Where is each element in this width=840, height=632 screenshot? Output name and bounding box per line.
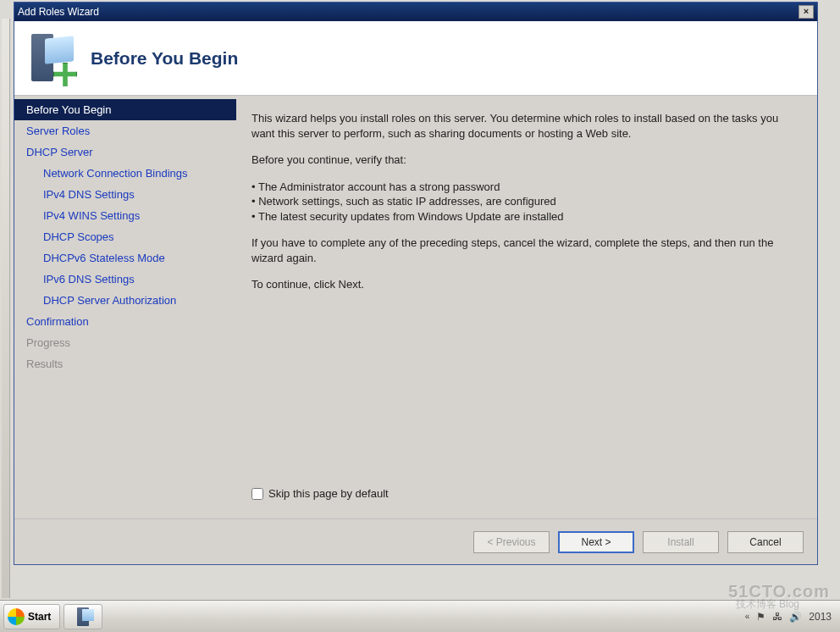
wizard-steps-sidebar: Before You Begin Server Roles DHCP Serve…	[14, 96, 236, 518]
background-scrollbar[interactable]	[2, 19, 10, 598]
sidebar-item-dhcp-server[interactable]: DHCP Server	[14, 141, 236, 163]
skip-page-checkbox[interactable]	[251, 488, 263, 500]
continue-hint-text: To continue, click Next.	[251, 277, 800, 292]
wizard-content: This wizard helps you install roles on t…	[236, 96, 817, 518]
intro-text: This wizard helps you install roles on t…	[251, 111, 800, 141]
sidebar-item-dhcp-server-authorization[interactable]: DHCP Server Authorization	[14, 290, 236, 311]
titlebar[interactable]: Add Roles Wizard ×	[14, 3, 817, 21]
sidebar-item-ipv4-dns-settings[interactable]: IPv4 DNS Settings	[14, 184, 236, 205]
server-manager-icon	[77, 607, 89, 626]
wizard-body: Before You Begin Server Roles DHCP Serve…	[14, 96, 817, 518]
sidebar-item-before-you-begin[interactable]: Before You Begin	[14, 99, 236, 120]
server-add-role-icon	[28, 32, 75, 85]
sidebar-item-confirmation[interactable]: Confirmation	[14, 311, 236, 332]
sidebar-item-server-roles[interactable]: Server Roles	[14, 120, 236, 141]
start-label: Start	[28, 611, 51, 623]
sidebar-item-results: Results	[14, 353, 236, 374]
next-button[interactable]: Next >	[558, 531, 634, 553]
tray-show-hidden-icon[interactable]: «	[745, 612, 750, 621]
bullet-admin-password: The Administrator account has a strong p…	[251, 180, 800, 195]
sidebar-item-progress: Progress	[14, 332, 236, 353]
header-band: Before You Begin	[14, 21, 817, 96]
tray-clock-year[interactable]: 2013	[809, 611, 832, 623]
windows-orb-icon	[8, 608, 25, 625]
wizard-footer: < Previous Next > Install Cancel	[14, 518, 817, 564]
sidebar-item-dhcp-scopes[interactable]: DHCP Scopes	[14, 226, 236, 247]
skip-page-row: Skip this page by default	[251, 486, 800, 510]
install-button: Install	[643, 531, 719, 553]
verify-heading: Before you continue, verify that:	[251, 152, 800, 168]
tray-volume-icon[interactable]: 🔊	[789, 611, 802, 623]
start-button[interactable]: Start	[3, 604, 60, 629]
bullet-security-updates: The latest security updates from Windows…	[251, 209, 800, 225]
tray-network-icon[interactable]: 🖧	[772, 611, 782, 623]
sidebar-item-dhcpv6-stateless-mode[interactable]: DHCPv6 Stateless Mode	[14, 247, 236, 269]
sidebar-item-ipv6-dns-settings[interactable]: IPv6 DNS Settings	[14, 269, 236, 290]
sidebar-item-network-connection-bindings[interactable]: Network Connection Bindings	[14, 163, 236, 184]
verify-bullet-list: The Administrator account has a strong p…	[251, 180, 800, 225]
bullet-network-settings: Network settings, such as static IP addr…	[251, 194, 800, 209]
taskbar-server-manager-icon[interactable]	[64, 604, 102, 629]
window-title: Add Roles Wizard	[18, 6, 99, 18]
tray-flag-icon[interactable]: ⚑	[756, 611, 765, 623]
sidebar-item-ipv4-wins-settings[interactable]: IPv4 WINS Settings	[14, 205, 236, 226]
page-title: Before You Begin	[91, 48, 238, 69]
taskbar[interactable]: Start « ⚑ 🖧 🔊 2013	[0, 600, 840, 632]
cancel-hint-text: If you have to complete any of the prece…	[251, 236, 800, 265]
system-tray[interactable]: « ⚑ 🖧 🔊 2013	[745, 611, 837, 623]
cancel-button[interactable]: Cancel	[727, 531, 804, 553]
skip-page-label: Skip this page by default	[268, 486, 389, 502]
close-button[interactable]: ×	[799, 5, 814, 19]
add-roles-wizard-window: Add Roles Wizard × Before You Begin Befo…	[14, 2, 818, 565]
previous-button: < Previous	[473, 531, 550, 553]
